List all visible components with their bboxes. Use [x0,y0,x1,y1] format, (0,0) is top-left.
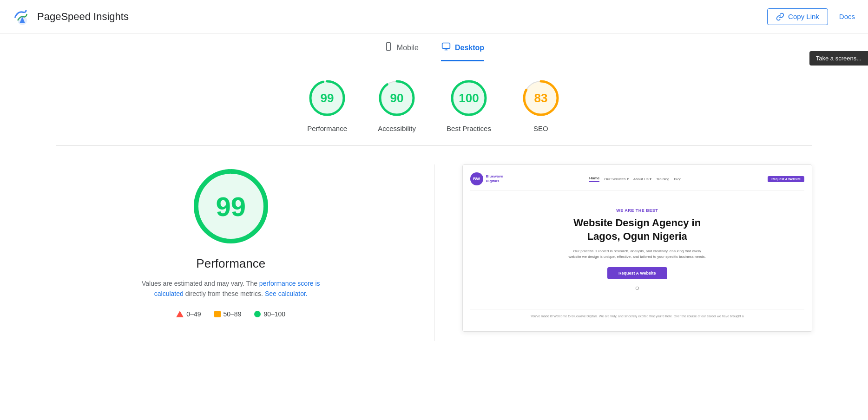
legend-red: 0–49 [176,310,201,318]
scroll-indicator-icon: ○ [489,284,786,292]
screenshot-nav-links: Home Our Services ▾ About Us ▾ Training … [589,176,681,182]
scores-section: 99 Performance 90 Accessibility 100 Best… [56,61,812,146]
legend-orange: 50–89 [214,310,242,318]
screenshot-logo: BW BluewaveDigitals [470,172,503,185]
score-performance: 99 Performance [307,78,347,132]
screenshot-nav-cta: Request A Website [768,176,804,182]
seo-score-label: SEO [533,125,548,132]
header: PageSpeed Insights Copy Link Docs [0,0,868,33]
screenshot-nav: BW BluewaveDigitals Home Our Services ▾ … [470,172,805,190]
link-icon [776,13,784,21]
app-title: PageSpeed Insights [37,11,129,23]
orange-square-icon [214,311,221,317]
best-practices-score-label: Best Practices [447,125,491,132]
nav-link-services: Our Services ▾ [604,177,628,181]
legend-orange-range: 50–89 [224,310,242,318]
performance-desc-part2: directly from these metrics. [184,290,265,297]
performance-circle: 99 [307,78,347,118]
accessibility-score-value: 90 [390,91,404,105]
see-calculator-link[interactable]: See calculator. [265,290,308,297]
red-triangle-icon [176,311,184,317]
performance-desc: Values are estimated and may vary. The p… [129,278,333,299]
accessibility-score-label: Accessibility [378,125,416,132]
copy-link-label: Copy Link [788,13,819,20]
take-screenshot-tooltip: Take a screens... [809,51,868,66]
screenshot-hero: WE ARE THE BEST Website Design Agency in… [470,199,805,309]
best-practices-score-value: 100 [459,91,479,105]
screenshot-footer-text: You've made it! Welcome to Bluewave Digi… [470,309,805,324]
nav-link-training: Training [656,177,670,181]
tabs-bar: Mobile Desktop [0,33,868,61]
accessibility-circle: 90 [377,78,417,118]
green-circle-icon [254,311,261,317]
screenshot-panel: BW BluewaveDigitals Home Our Services ▾ … [444,164,813,341]
screenshot-hero-subtitle: WE ARE THE BEST [489,208,786,213]
performance-desc-part1: Values are estimated and may vary. The [142,280,259,287]
performance-panel: 99 Performance Values are estimated and … [56,164,425,341]
score-accessibility: 90 Accessibility [377,78,417,132]
header-left: PageSpeed Insights [13,7,129,26]
screenshot-inner: BW BluewaveDigitals Home Our Services ▾ … [463,165,812,331]
header-right: Copy Link Docs [767,8,855,25]
seo-score-value: 83 [534,91,547,105]
copy-link-button[interactable]: Copy Link [767,8,828,25]
screenshot-logo-circle: BW [470,172,483,185]
nav-link-home: Home [589,176,599,182]
svg-rect-2 [387,43,390,51]
performance-title: Performance [196,256,265,271]
legend-green: 90–100 [254,310,285,318]
website-screenshot: BW BluewaveDigitals Home Our Services ▾ … [462,164,813,332]
docs-link[interactable]: Docs [839,13,855,20]
screenshot-hero-desc: Our process is rooted in research, analy… [567,249,707,260]
svg-rect-4 [442,43,450,49]
legend: 0–49 50–89 90–100 [176,310,285,318]
seo-circle: 83 [521,78,561,118]
score-seo: 83 SEO [521,78,561,132]
score-best-practices: 100 Best Practices [447,78,491,132]
desktop-icon [441,42,451,53]
big-performance-circle: 99 [189,164,273,248]
big-performance-score: 99 [216,191,246,222]
vertical-divider [434,164,434,341]
tab-desktop-label: Desktop [455,44,484,52]
legend-red-range: 0–49 [186,310,201,318]
mobile-icon [384,42,393,53]
screenshot-hero-cta: Request A Website [607,267,667,279]
tab-desktop[interactable]: Desktop [441,42,484,61]
screenshot-hero-title: Website Design Agency inLagos, Ogun Nige… [489,217,786,243]
best-practices-circle: 100 [449,78,489,118]
nav-link-about: About Us ▾ [633,177,651,181]
legend-green-range: 90–100 [263,310,285,318]
performance-score-value: 99 [321,91,334,105]
tab-mobile-label: Mobile [397,44,419,52]
performance-score-label: Performance [307,125,347,132]
pagespeed-logo-icon [13,7,32,26]
screenshot-logo-text: BluewaveDigitals [486,174,503,183]
main-content: 99 Performance Values are estimated and … [0,146,868,341]
tab-mobile[interactable]: Mobile [384,42,419,61]
nav-link-blog: Blog [674,177,682,181]
